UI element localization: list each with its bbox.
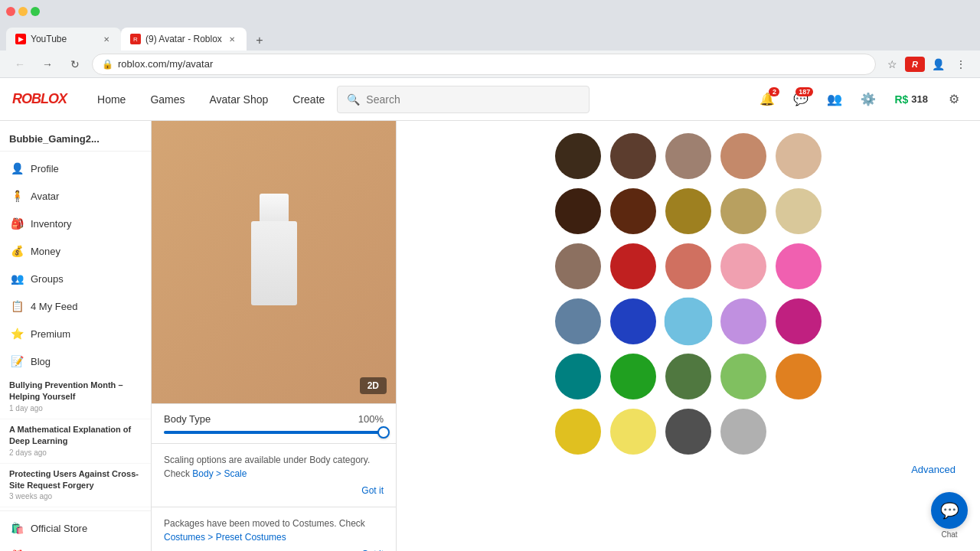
color-swatch-dark-red[interactable]: [610, 243, 656, 289]
minimize-button[interactable]: [18, 7, 28, 16]
back-button[interactable]: ←: [9, 54, 31, 75]
forward-button[interactable]: →: [37, 54, 58, 75]
blog-post-2[interactable]: A Mathematical Explanation of Deep Learn…: [0, 419, 151, 464]
sidebar-label-premium: Premium: [31, 328, 70, 340]
maximize-button[interactable]: [31, 7, 40, 16]
got-it-costumes[interactable]: Got it: [164, 547, 384, 551]
color-swatch-peach-1[interactable]: [720, 133, 766, 179]
body-type-slider[interactable]: [164, 431, 384, 434]
reload-button[interactable]: ↻: [64, 54, 86, 75]
friends-button[interactable]: 👥: [821, 86, 848, 113]
profile-icon: 👤: [9, 161, 24, 176]
nav-games[interactable]: Games: [138, 78, 197, 121]
settings-button[interactable]: ⚙: [940, 86, 968, 113]
close-button[interactable]: [6, 7, 15, 16]
color-swatch-light-green[interactable]: [720, 354, 766, 399]
color-swatch-dark-brown-1[interactable]: [555, 133, 601, 179]
nav-home[interactable]: Home: [85, 78, 138, 121]
color-swatch-hot-pink[interactable]: [776, 243, 822, 289]
new-tab-button[interactable]: +: [250, 31, 270, 51]
sidebar-item-blog[interactable]: 📝 Blog: [0, 347, 151, 375]
money-icon: 💰: [9, 243, 24, 259]
color-swatch-light-brown-1[interactable]: [665, 133, 711, 179]
color-swatch-mauve[interactable]: [555, 243, 601, 289]
roblox-logo-small: R: [905, 57, 925, 72]
color-swatch-dark-gray[interactable]: [665, 409, 711, 455]
browser-chrome: [0, 0, 980, 23]
catalog-settings-button[interactable]: ⚙️: [854, 86, 882, 113]
sidebar-label-profile: Profile: [31, 163, 59, 174]
body-type-label: Body Type: [164, 413, 211, 425]
chat-button[interactable]: 💬: [931, 492, 968, 529]
nav-create[interactable]: Create: [280, 78, 337, 121]
nav-icons: 🔔 2 💬 187 👥 ⚙️ R$ 318 ⚙: [753, 86, 968, 113]
advanced-link[interactable]: Advanced: [409, 455, 968, 484]
messages-button[interactable]: 💬 187: [787, 86, 815, 113]
color-swatch-tan[interactable]: [720, 188, 766, 234]
body-scale-link[interactable]: Body > Scale: [192, 468, 247, 479]
sidebar-item-inventory[interactable]: 🎒 Inventory: [0, 210, 151, 237]
color-swatch-medium-brown-1[interactable]: [610, 133, 656, 179]
sidebar-item-groups[interactable]: 👥 Groups: [0, 265, 151, 292]
search-input[interactable]: [366, 93, 580, 106]
friends-icon: 👥: [827, 92, 842, 106]
tab-roblox[interactable]: R (9) Avatar - Roblox ✕: [121, 28, 247, 51]
sidebar-item-official-store[interactable]: 🛍️ Official Store: [0, 514, 151, 542]
color-swatch-salmon[interactable]: [665, 243, 711, 289]
bookmark-icon[interactable]: ☆: [882, 54, 902, 74]
color-swatch-sky-blue[interactable]: [665, 298, 713, 346]
tab-youtube-close[interactable]: ✕: [101, 34, 112, 44]
search-box[interactable]: 🔍: [337, 86, 590, 113]
avatar-figure: [236, 194, 312, 331]
color-swatch-olive-yellow[interactable]: [665, 188, 711, 234]
groups-icon: 👥: [9, 271, 24, 286]
tab-roblox-close[interactable]: ✕: [227, 34, 237, 44]
color-swatch-slate-blue[interactable]: [555, 298, 601, 344]
color-swatch-orange[interactable]: [776, 354, 822, 399]
color-swatch-very-dark-brown[interactable]: [555, 188, 601, 234]
feed-icon: 📋: [9, 298, 24, 314]
sidebar-item-premium[interactable]: ⭐ Premium: [0, 320, 151, 347]
color-swatch-light-pink[interactable]: [720, 243, 766, 289]
roblox-logo[interactable]: ROBLOX: [12, 91, 67, 107]
blog-post-3[interactable]: Protecting Users Against Cross-Site Requ…: [0, 464, 151, 508]
sidebar-label-groups: Groups: [31, 273, 64, 285]
body-type-pct: 100%: [358, 413, 384, 425]
gear-icon: ⚙: [949, 92, 959, 106]
sidebar-item-money[interactable]: 💰 Money: [0, 237, 151, 265]
blog-post-2-time: 2 days ago: [9, 448, 142, 458]
browser-settings-icon[interactable]: ⋮: [951, 54, 971, 74]
blog-post-1[interactable]: Bullying Prevention Month – Helping Your…: [0, 375, 151, 419]
notifications-button[interactable]: 🔔 2: [753, 86, 781, 113]
tab-youtube[interactable]: ▶ YouTube ✕: [6, 28, 121, 51]
color-swatch-light-yellow[interactable]: [610, 409, 656, 455]
slider-thumb[interactable]: [377, 426, 390, 439]
color-swatch-light-gray[interactable]: [720, 409, 766, 455]
sidebar-item-profile[interactable]: 👤 Profile: [0, 155, 151, 182]
color-swatch-dark-reddish-brown[interactable]: [610, 188, 656, 234]
color-swatch-olive-green[interactable]: [665, 354, 711, 399]
color-swatch-bright-green[interactable]: [610, 354, 656, 399]
color-swatch-royal-blue[interactable]: [610, 298, 656, 344]
color-swatch-white[interactable]: [776, 409, 822, 455]
color-swatch-magenta[interactable]: [776, 298, 822, 344]
color-swatch-light-peach-1[interactable]: [776, 133, 822, 179]
sidebar-item-my-feed[interactable]: 📋 4 My Feed: [0, 292, 151, 320]
costumes-preset-link[interactable]: Costumes > Preset Costumes: [164, 532, 286, 543]
sidebar-item-avatar[interactable]: 🧍 Avatar: [0, 182, 151, 210]
robux-balance[interactable]: R$ 318: [888, 90, 934, 109]
color-swatch-yellow[interactable]: [555, 409, 601, 455]
avatar-2d-toggle[interactable]: 2D: [360, 377, 387, 394]
main-content: 2D Body Type 100% Scaling options are av…: [152, 121, 980, 551]
sidebar-item-gift-cards[interactable]: 🎁 Gift Cards: [0, 542, 151, 551]
nav-avatar-shop[interactable]: Avatar Shop: [198, 78, 281, 121]
url-bar[interactable]: 🔒 roblox.com/my/avatar: [92, 54, 876, 75]
roblox-favicon: R: [130, 34, 141, 44]
window-controls[interactable]: [6, 7, 40, 16]
got-it-scaling[interactable]: Got it: [164, 484, 384, 497]
color-swatch-lavender[interactable]: [720, 298, 766, 344]
color-swatch-teal[interactable]: [555, 354, 601, 399]
color-swatch-light-tan[interactable]: [776, 188, 822, 234]
blog-post-3-time: 3 weeks ago: [9, 491, 142, 502]
profile-icon-addr[interactable]: 👤: [928, 54, 948, 74]
